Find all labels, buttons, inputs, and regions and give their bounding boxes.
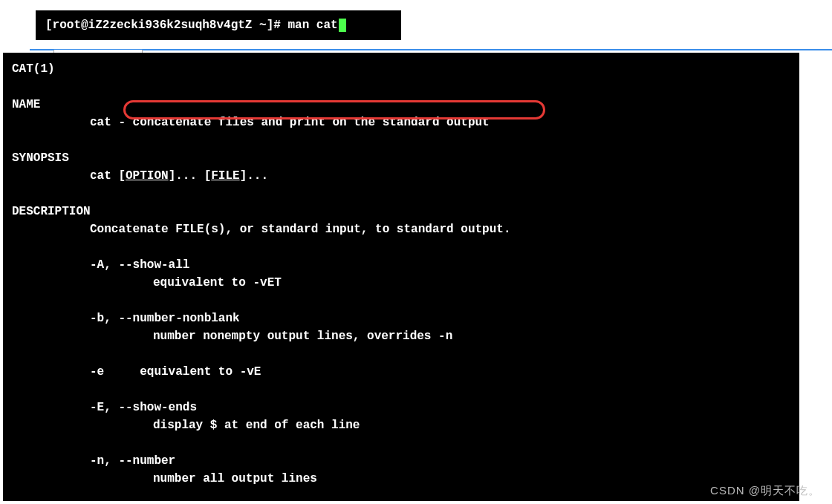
manpage-output[interactable]: CAT(1) NAME cat - concatenate files and …: [3, 53, 799, 501]
optn-long: , --number: [104, 454, 175, 468]
blank-line: [12, 381, 790, 399]
optb-long: , --number-nonblank: [104, 312, 239, 325]
terminal-prompt[interactable]: [root@iZ2zecki936k2suqh8v4gtZ ~]# man ca…: [36, 10, 401, 40]
optA-desc-flag: -vET: [253, 276, 281, 289]
name-desc: concatenate files and print on the stand…: [133, 116, 490, 129]
synopsis-file: FILE: [211, 169, 239, 183]
desc-line: Concatenate FILE(s), or standard input, …: [12, 220, 790, 238]
optA-desc-pre: equivalent to: [153, 276, 253, 289]
optb-desc-pre: number nonempty output lines, overrides: [153, 330, 438, 343]
opt-b: -b, --number-nonblank: [12, 310, 790, 327]
cursor-block: [339, 19, 346, 32]
blank-line: [12, 185, 790, 203]
synopsis-line: cat [OPTION]... [FILE]...: [12, 167, 790, 185]
opt-A-desc: equivalent to -vET: [12, 274, 790, 292]
synopsis-option: OPTION: [126, 169, 169, 183]
man-header: CAT(1): [12, 60, 790, 78]
opt-n: -n, --number: [12, 452, 790, 470]
optb-desc-flag: -n: [438, 330, 452, 343]
opt-e: -e equivalent to -vE: [12, 363, 790, 381]
blank-line: [12, 292, 790, 310]
synopsis-sep1: [: [111, 169, 126, 183]
name-line: cat - concatenate files and print on the…: [12, 114, 790, 131]
blank-line: [12, 131, 790, 149]
opte-desc-flag: -vE: [240, 365, 261, 379]
blank-line: [12, 78, 790, 96]
optA-flag: -A: [90, 258, 104, 272]
blank-line: [12, 434, 790, 452]
optE-flag: -E: [90, 401, 104, 414]
opt-E: -E, --show-ends: [12, 399, 790, 416]
blank-line: [12, 238, 790, 256]
opte-desc-pre: equivalent to: [104, 365, 239, 379]
opt-A: -A, --show-all: [12, 256, 790, 274]
synopsis-cmd: cat: [90, 169, 111, 183]
synopsis-sep2: ]... [: [169, 169, 212, 183]
name-prefix: cat -: [90, 116, 133, 129]
blank-line: [12, 345, 790, 363]
prompt-text: [root@iZ2zecki936k2suqh8v4gtZ ~]# man ca…: [45, 19, 338, 32]
optb-flag: -b: [90, 312, 104, 325]
section-synopsis-heading: SYNOPSIS: [12, 149, 790, 167]
synopsis-sep3: ]...: [240, 169, 268, 183]
opte-flag: -e: [90, 365, 104, 379]
opt-n-desc: number all output lines: [12, 470, 790, 488]
section-name-heading: NAME: [12, 96, 790, 114]
opt-b-desc: number nonempty output lines, overrides …: [12, 327, 790, 345]
optE-long: , --show-ends: [104, 401, 197, 414]
optn-flag: -n: [90, 454, 104, 468]
opt-E-desc: display $ at end of each line: [12, 416, 790, 434]
section-desc-heading: DESCRIPTION: [12, 203, 790, 220]
optA-long: , --show-all: [104, 258, 189, 272]
tab-bar: [30, 49, 832, 51]
